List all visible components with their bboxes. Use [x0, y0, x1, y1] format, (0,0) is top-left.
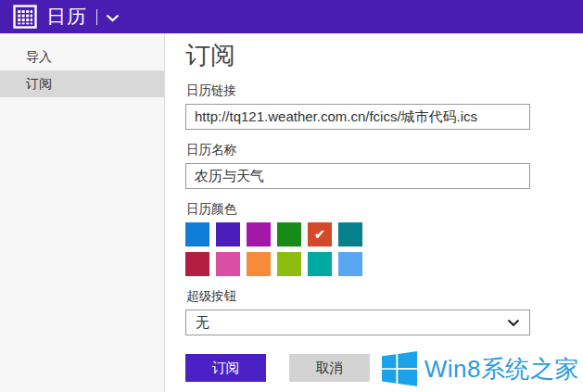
sidebar-item-subscribe[interactable]: 订阅 [0, 70, 164, 97]
color-swatch[interactable] [338, 252, 362, 276]
header-separator [96, 9, 97, 25]
color-swatch[interactable] [185, 252, 209, 276]
calendar-link-label: 日历链接 [186, 82, 530, 99]
windows-logo-icon [382, 351, 417, 386]
watermark: Win8系统之家 [382, 351, 579, 386]
subscribe-button[interactable]: 订阅 [185, 354, 266, 382]
color-swatch[interactable] [338, 222, 362, 247]
color-swatch-row-1: ✔ [185, 222, 530, 247]
sidebar-item-import[interactable]: 导入 [0, 44, 164, 70]
color-swatch-row-2 [185, 252, 530, 276]
color-swatch[interactable] [216, 252, 240, 276]
calendar-color-label: 日历颜色 [186, 201, 530, 218]
cancel-button[interactable]: 取消 [289, 354, 370, 382]
color-swatch[interactable] [247, 252, 271, 276]
charm-select[interactable]: 无 [185, 310, 530, 335]
color-swatch[interactable]: ✔ [308, 222, 332, 247]
app-header: 日历 [0, 0, 583, 33]
chevron-down-icon[interactable] [106, 14, 120, 22]
watermark-text: Win8系统之家 [425, 353, 579, 386]
calendar-name-label: 日历名称 [186, 142, 530, 158]
page-title: 订阅 [185, 41, 530, 70]
color-swatch[interactable] [216, 222, 240, 247]
color-swatch[interactable] [185, 222, 209, 247]
calendar-icon [13, 5, 37, 29]
color-swatch[interactable] [277, 252, 301, 276]
charm-select-value: 无 [196, 314, 209, 332]
subscribe-panel: 订阅 日历链接 日历名称 日历颜色 ✔ 超级按钮 无 订阅 取消 [185, 33, 530, 382]
app-title: 日历 [46, 0, 87, 33]
checkmark-icon: ✔ [314, 228, 326, 242]
color-swatch[interactable] [247, 222, 271, 247]
calendar-link-input[interactable] [185, 104, 530, 130]
charm-label: 超级按钮 [186, 288, 530, 305]
chevron-down-icon [507, 319, 520, 327]
settings-sidebar: 导入 订阅 [0, 33, 165, 392]
color-swatch[interactable] [308, 252, 332, 276]
color-swatch[interactable] [277, 222, 301, 247]
calendar-name-input[interactable] [185, 163, 530, 189]
